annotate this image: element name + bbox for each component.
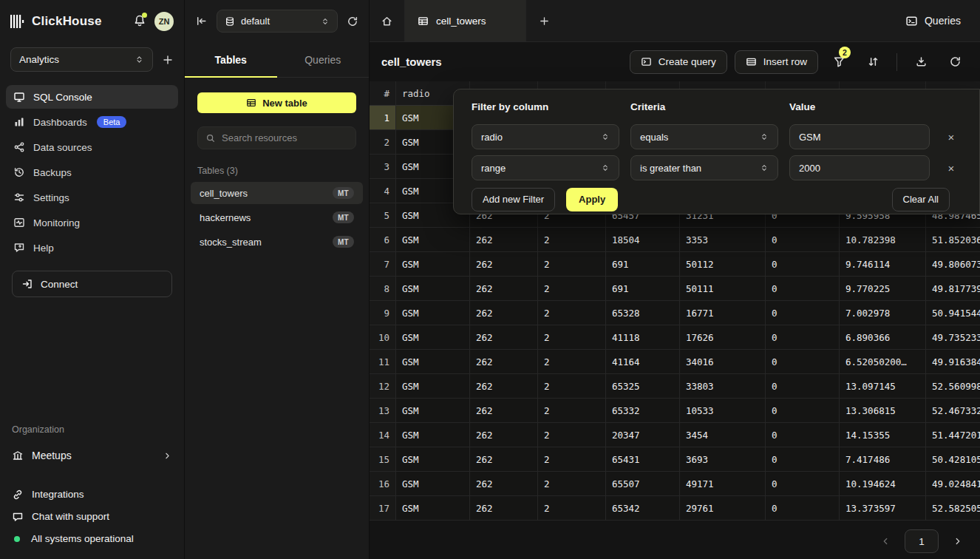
cell[interactable]: 65332 — [606, 399, 680, 423]
table-row[interactable]: 7GSM26226915011209.74611449.806073 — [370, 252, 980, 277]
add-filter-button[interactable]: Add new Filter — [472, 188, 555, 211]
cell[interactable]: 52.582505 — [926, 496, 980, 521]
cell[interactable]: GSM — [396, 447, 470, 472]
cell[interactable]: 2 — [538, 277, 606, 301]
table-row[interactable]: 8GSM26226915011109.77022549.817739 — [370, 277, 980, 301]
sidebar-item-backups[interactable]: Backups — [6, 160, 178, 184]
cell[interactable]: 49.806073 — [926, 252, 980, 277]
filter-button[interactable]: 2 — [826, 50, 852, 74]
filter-criteria-select-2[interactable]: is greater than — [630, 155, 778, 180]
collapse-panel-button[interactable] — [195, 15, 208, 27]
cell[interactable]: 49.735233 — [926, 325, 980, 350]
refresh-data-button[interactable] — [942, 50, 968, 74]
remove-filter-button-2[interactable]: × — [948, 163, 955, 174]
download-button[interactable] — [908, 50, 934, 74]
filter-criteria-select-1[interactable]: equals — [630, 124, 778, 149]
page-number-box[interactable]: 1 — [905, 529, 939, 553]
insert-row-button[interactable]: Insert row — [735, 50, 818, 74]
sidebar-item-dashboards[interactable]: Dashboards Beta — [6, 110, 178, 134]
workspace-select[interactable]: Analytics — [10, 47, 153, 72]
table-row[interactable]: 17GSM26226534229761013.37359752.582505 — [370, 496, 980, 521]
queries-button[interactable]: Queries — [905, 15, 961, 27]
cell[interactable]: 0 — [766, 350, 840, 374]
cell[interactable]: GSM — [396, 252, 470, 277]
cell[interactable]: 2 — [538, 423, 606, 447]
cell[interactable]: 0 — [766, 301, 840, 325]
cell[interactable]: 262 — [470, 301, 538, 325]
cell[interactable]: 16771 — [680, 301, 766, 325]
cell[interactable]: 3454 — [680, 423, 766, 447]
cell[interactable]: 10.194624 — [840, 472, 926, 496]
cell[interactable]: 2 — [538, 350, 606, 374]
clear-all-filters-button[interactable]: Clear All — [892, 188, 950, 211]
cell[interactable]: 6.52050200… — [840, 350, 926, 374]
cell[interactable]: 6.890366 — [840, 325, 926, 350]
cell[interactable]: 13.097145 — [840, 374, 926, 399]
cell[interactable]: 262 — [470, 350, 538, 374]
sidebar-item-help[interactable]: Help — [6, 236, 178, 260]
cell[interactable]: 3353 — [680, 228, 766, 252]
cell[interactable]: 10533 — [680, 399, 766, 423]
cell[interactable]: 262 — [470, 496, 538, 521]
sidebar-item-data-sources[interactable]: Data sources — [6, 135, 178, 159]
cell[interactable]: 34016 — [680, 350, 766, 374]
cell[interactable]: 262 — [470, 228, 538, 252]
refresh-tables-button[interactable] — [347, 16, 358, 27]
cell[interactable]: 65325 — [606, 374, 680, 399]
tab-cell-towers[interactable]: cell_towers — [405, 0, 526, 41]
filter-column-select-1[interactable]: radio — [472, 124, 619, 149]
cell[interactable]: 2 — [538, 301, 606, 325]
sidebar-item-sql-console[interactable]: SQL Console — [6, 85, 178, 109]
table-row[interactable]: 13GSM26226533210533013.30681552.4673325 — [370, 399, 980, 423]
cell[interactable]: 49.916384 — [926, 350, 980, 374]
cell[interactable]: 20347 — [606, 423, 680, 447]
prev-page-button[interactable] — [875, 531, 896, 552]
new-tab-button[interactable] — [526, 0, 562, 41]
cell[interactable]: 52.560998 — [926, 374, 980, 399]
cell[interactable]: GSM — [396, 374, 470, 399]
cell[interactable]: GSM — [396, 277, 470, 301]
cell[interactable]: GSM — [396, 399, 470, 423]
cell[interactable]: 0 — [766, 325, 840, 350]
cell[interactable]: 14.15355 — [840, 423, 926, 447]
cell[interactable]: 2 — [538, 399, 606, 423]
cell[interactable]: 65431 — [606, 447, 680, 472]
cell[interactable]: 2 — [538, 252, 606, 277]
cell[interactable]: GSM — [396, 301, 470, 325]
cell[interactable]: 50.941544 — [926, 301, 980, 325]
filter-value-input-2[interactable] — [799, 163, 920, 174]
notifications-bell-icon[interactable] — [133, 14, 148, 29]
table-row[interactable]: 14GSM2622203473454014.1535551.447201 — [370, 423, 980, 447]
cell[interactable]: 2 — [538, 374, 606, 399]
cell[interactable]: 691 — [606, 252, 680, 277]
cell[interactable]: 7.417486 — [840, 447, 926, 472]
cell[interactable]: 50.428105 — [926, 447, 980, 472]
table-row[interactable]: 6GSM2622185043353010.78239851.852036 — [370, 228, 980, 252]
cell[interactable]: 13.373597 — [840, 496, 926, 521]
next-page-button[interactable] — [947, 531, 968, 552]
cell[interactable]: 18504 — [606, 228, 680, 252]
cell[interactable]: 49.024841 — [926, 472, 980, 496]
cell[interactable]: 262 — [470, 399, 538, 423]
integrations-link[interactable]: Integrations — [12, 487, 172, 501]
cell[interactable]: 17626 — [680, 325, 766, 350]
cell[interactable]: 0 — [766, 399, 840, 423]
database-select[interactable]: default — [217, 10, 338, 33]
cell[interactable]: 262 — [470, 325, 538, 350]
new-table-button[interactable]: New table — [197, 92, 356, 113]
cell[interactable]: 41118 — [606, 325, 680, 350]
filter-column-select-2[interactable]: range — [472, 155, 619, 180]
search-input[interactable] — [222, 132, 352, 143]
cell[interactable]: 262 — [470, 374, 538, 399]
cell[interactable]: 9.770225 — [840, 277, 926, 301]
tab-tables[interactable]: Tables — [185, 42, 277, 77]
cell[interactable]: 2 — [538, 228, 606, 252]
cell[interactable]: 65328 — [606, 301, 680, 325]
cell[interactable]: 691 — [606, 277, 680, 301]
remove-filter-button-1[interactable]: × — [948, 132, 955, 143]
apply-filters-button[interactable]: Apply — [566, 188, 618, 211]
table-row[interactable]: 9GSM2622653281677107.00297850.941544 — [370, 301, 980, 325]
cell[interactable]: 51.447201 — [926, 423, 980, 447]
cell[interactable]: 0 — [766, 277, 840, 301]
table-row[interactable]: 10GSM2622411181762606.89036649.735233 — [370, 325, 980, 350]
